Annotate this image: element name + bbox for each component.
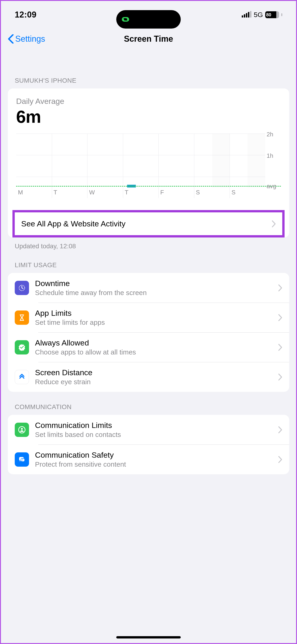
chat-alert-icon: ! [15, 452, 29, 467]
row-downtime[interactable]: Downtime Schedule time away from the scr… [8, 273, 289, 303]
chart-day-label: S [194, 188, 230, 198]
usage-chart: M T W T F S S 2h 1h avg [16, 134, 281, 198]
row-subtitle: Reduce eye strain [35, 378, 272, 386]
daily-average-value: 6m [16, 107, 281, 127]
battery-level: 80 [266, 12, 271, 18]
home-indicator[interactable] [116, 636, 181, 638]
communication-card: Communication Limits Set limits based on… [8, 415, 289, 474]
chevron-right-icon [278, 344, 282, 351]
svg-point-2 [21, 428, 23, 430]
row-subtitle: Schedule time away from the screen [35, 289, 272, 297]
row-subtitle: Protect from sensitive content [35, 460, 272, 468]
back-label: Settings [15, 34, 45, 44]
network-label: 5G [254, 11, 263, 19]
check-seal-icon [15, 340, 29, 354]
page-title: Screen Time [124, 34, 173, 44]
chart-day-label: S [230, 188, 265, 198]
chart-y-label: 2h [266, 131, 273, 138]
row-title: Downtime [35, 279, 272, 288]
status-time: 12:09 [15, 10, 36, 20]
personal-hotspot-icon [120, 14, 131, 25]
row-title: App Limits [35, 309, 272, 318]
chevron-right-icon [278, 426, 282, 433]
row-subtitle: Choose apps to allow at all times [35, 348, 272, 356]
chevron-left-icon [8, 34, 14, 44]
chart-avg-label: avg [266, 183, 276, 190]
downtime-icon [15, 281, 29, 295]
row-title: Screen Distance [35, 368, 272, 377]
row-always-allowed[interactable]: Always Allowed Choose apps to allow at a… [8, 332, 289, 362]
battery-icon: 80 [265, 11, 279, 18]
chart-day-label: T [123, 188, 159, 198]
row-subtitle: Set time limits for apps [35, 318, 272, 326]
battery-cap [281, 13, 282, 16]
chart-y-label: 1h [266, 152, 273, 160]
chevron-right-icon [272, 220, 276, 227]
chart-day-label: T [52, 188, 88, 198]
section-header-device: SUMUKH'S IPHONE [1, 77, 296, 84]
see-all-activity-label: See All App & Website Activity [21, 219, 126, 228]
row-communication-safety[interactable]: ! Communication Safety Protect from sens… [8, 444, 289, 474]
see-all-activity-highlight: See All App & Website Activity [12, 210, 284, 238]
row-screen-distance[interactable]: Screen Distance Reduce eye strain [8, 362, 289, 392]
see-all-activity-row[interactable]: See All App & Website Activity [15, 212, 282, 235]
screen-distance-icon [15, 370, 29, 384]
chevron-right-icon [278, 284, 282, 291]
row-title: Communication Safety [35, 450, 272, 460]
chevron-right-icon [278, 456, 282, 463]
cellular-signal-icon [242, 12, 252, 18]
row-app-limits[interactable]: App Limits Set time limits for apps [8, 303, 289, 332]
hourglass-icon [15, 310, 29, 325]
chevron-right-icon [278, 314, 282, 321]
section-header-communication: COMMUNICATION [1, 403, 296, 411]
chart-day-label: F [158, 188, 194, 198]
updated-timestamp: Updated today, 12:08 [15, 242, 282, 250]
daily-average-label: Daily Average [16, 97, 281, 106]
section-header-limit: LIMIT USAGE [1, 262, 296, 269]
dynamic-island[interactable] [116, 10, 181, 28]
row-title: Always Allowed [35, 338, 272, 347]
row-title: Communication Limits [35, 421, 272, 430]
row-communication-limits[interactable]: Communication Limits Set limits based on… [8, 415, 289, 444]
svg-text:!: ! [22, 458, 23, 462]
summary-card: Daily Average 6m M T W T F [8, 88, 289, 238]
chart-avg-line [16, 186, 281, 186]
contact-icon [15, 423, 29, 437]
chart-day-label: W [87, 188, 123, 198]
row-subtitle: Set limits based on contacts [35, 431, 272, 438]
chart-day-label: M [16, 188, 52, 198]
back-button[interactable]: Settings [8, 34, 45, 44]
chevron-right-icon [278, 374, 282, 380]
limit-usage-card: Downtime Schedule time away from the scr… [8, 273, 289, 392]
